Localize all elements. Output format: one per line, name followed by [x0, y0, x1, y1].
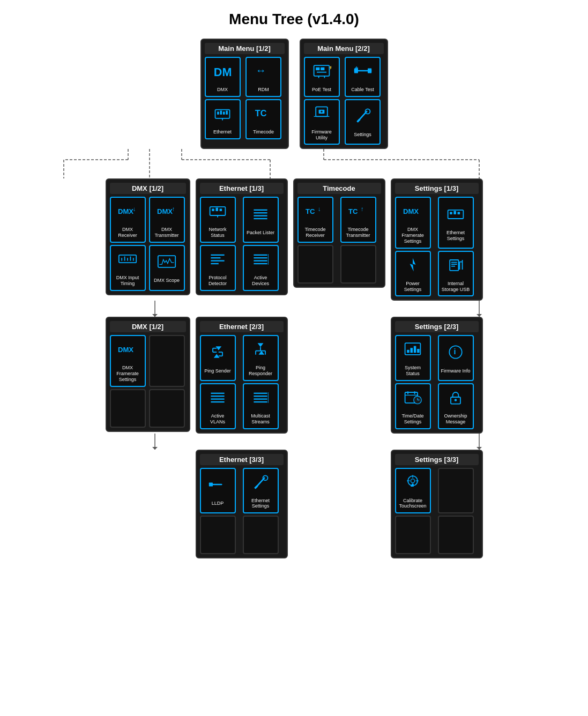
svg-rect-52 [212, 209, 214, 212]
menu-item-eth-settings-eth3[interactable]: Ethernet Settings [243, 468, 279, 514]
tc-tx-label: Timecode Transmitter [344, 227, 373, 238]
power-settings-label: Power Settings [398, 281, 428, 293]
rdm-label: RDM [258, 87, 269, 93]
col-dmx: DMX [1/2] DMX ↓ DMX Receiver [106, 178, 190, 295]
dmx-icon: DMX ↓ [213, 61, 232, 85]
menu-item-internal-storage[interactable]: Internal Storage USB [438, 251, 474, 297]
panel-eth1-title: Ethernet [1/3] [200, 183, 284, 194]
panel-set3: Settings [3/3] [391, 450, 483, 559]
page-title: Menu Tree (v1.4.0) [229, 11, 359, 28]
menu-item-dmx-tx[interactable]: DMX ↑ DMX Transmitter [149, 197, 185, 243]
menu-item-rdm[interactable]: ↔ RDM [245, 57, 281, 97]
svg-rect-53 [215, 208, 218, 211]
menu-item-ping-sender[interactable]: Ping Sender [200, 335, 236, 381]
panel-main1-grid: DMX ↓ DMX ↔ RDM [205, 57, 285, 139]
dmx-tx-icon: DMX ↑ [157, 201, 176, 225]
menu-item-dmx-timing[interactable]: DMX Input Timing [110, 245, 146, 291]
menu-item-tc-empty1 [297, 245, 333, 284]
svg-point-25 [321, 110, 323, 113]
ethernet-icon [213, 103, 232, 127]
svg-marker-89 [477, 314, 482, 317]
svg-rect-54 [220, 209, 222, 212]
menu-item-tc-rx[interactable]: TC ↓ Timecode Receiver [297, 197, 333, 243]
menu-item-calibrate-touchscreen[interactable]: Calibrate Touchscreen [395, 468, 431, 514]
system-status-label: System Status [398, 365, 428, 377]
col-dmx2: DMX [1/2] DMX DMX Framerate Settings [106, 317, 190, 431]
menu-item-settings[interactable]: Settings [345, 99, 381, 145]
l4-row: Ethernet [3/3] LLDP [13, 450, 576, 559]
menu-item-packet-lister[interactable]: Packet Lister [243, 197, 279, 243]
panel-set3-title: Settings [3/3] [395, 454, 479, 465]
svg-rect-79 [450, 260, 458, 271]
col-set2: Settings [2/3] System Statu [391, 317, 483, 433]
svg-rect-116 [411, 348, 413, 353]
svg-text:TC: TC [255, 108, 266, 118]
active-devices-icon [251, 249, 270, 273]
svg-rect-19 [368, 69, 371, 73]
menu-item-protocol-detector[interactable]: Protocol Detector [200, 245, 236, 291]
menu-item-network-status[interactable]: Network Status [200, 197, 236, 243]
network-status-icon [208, 201, 227, 225]
menu-item-eth-settings-set1[interactable]: Ethernet Settings [438, 197, 474, 248]
firmware-label: Firmware Utility [307, 129, 337, 141]
settings-icon [353, 106, 373, 130]
svg-text:TC: TC [348, 207, 358, 215]
menu-item-ping-responder[interactable]: Ping Responder [243, 335, 279, 381]
dmx-rx-label: DMX Receiver [113, 227, 143, 238]
dmx-timing-label: DMX Input Timing [113, 275, 143, 287]
menu-item-time-date[interactable]: Time/Date Settings [395, 383, 431, 429]
svg-rect-7 [226, 110, 228, 114]
panel-eth2: Ethernet [2/3] [196, 317, 288, 433]
menu-item-timecode[interactable]: TC Timecode [245, 99, 281, 139]
menu-item-dmx-rx[interactable]: DMX ↓ DMX Receiver [110, 197, 146, 243]
time-date-icon [403, 387, 422, 411]
menu-item-poe[interactable]: ⚡ PoE Test [304, 57, 340, 97]
menu-item-lldp[interactable]: LLDP [200, 468, 236, 514]
menu-item-system-status[interactable]: System Status [395, 335, 431, 381]
panel-set2-title: Settings [2/3] [395, 321, 479, 332]
svg-point-129 [455, 399, 457, 401]
svg-rect-81 [451, 264, 457, 265]
menu-item-firmware[interactable]: Firmware Utility [304, 99, 340, 145]
system-status-icon [403, 339, 422, 363]
menu-item-active-devices[interactable]: Active Devices [243, 245, 279, 291]
svg-rect-135 [209, 482, 213, 486]
svg-marker-78 [410, 258, 416, 271]
menu-item-dmx[interactable]: DMX ↓ DMX [205, 57, 241, 97]
menu-item-dmx-framerate-dmx2[interactable]: DMX DMX Framerate Settings [110, 335, 146, 386]
svg-point-140 [411, 479, 414, 482]
panel-tc-title: Timecode [297, 183, 381, 194]
panel-eth1: Ethernet [1/3] Network Stat [196, 178, 288, 295]
col-eth3: Ethernet [3/3] LLDP [196, 450, 288, 559]
menu-item-cable[interactable]: Cable Test [345, 57, 381, 97]
menu-item-dmx-scope[interactable]: DMX Scope [149, 245, 185, 291]
menu-item-ownership[interactable]: Ownership Message [438, 383, 474, 429]
settings-label: Settings [354, 132, 371, 138]
panel-set2-grid: System Status i Firmware Info [395, 335, 479, 429]
protocol-detector-label: Protocol Detector [203, 275, 233, 287]
menu-item-ethernet[interactable]: Ethernet [205, 99, 241, 139]
panel-set1: Settings [1/3] DMX DMX Framerate Setting… [391, 178, 483, 301]
svg-rect-10 [314, 65, 330, 76]
dmx-framerate-set1-icon: DMX [403, 201, 422, 225]
panel-main2-grid: ⚡ PoE Test [304, 57, 384, 145]
menu-item-firmware-info[interactable]: i Firmware Info [438, 335, 474, 381]
conn-l3-l4 [13, 434, 576, 450]
conn-svg-top [13, 149, 576, 178]
svg-rect-12 [321, 68, 324, 70]
col-tc: Timecode TC ↓ Timecode Receiver [293, 178, 385, 288]
network-status-label: Network Status [203, 227, 233, 238]
menu-item-active-vlans[interactable]: Active VLANs [200, 383, 236, 429]
svg-text:↑: ↑ [361, 206, 364, 212]
menu-item-power-settings[interactable]: Power Settings [395, 251, 431, 297]
eth-settings-eth3-icon [251, 472, 270, 496]
menu-item-multicast[interactable]: Multicast Streams [243, 383, 279, 429]
panel-eth3: Ethernet [3/3] LLDP [196, 450, 288, 559]
conn-svg-l2-l3 [13, 301, 576, 317]
menu-item-tc-tx[interactable]: TC ↑ Timecode Transmitter [340, 197, 376, 243]
svg-rect-117 [414, 346, 416, 353]
svg-rect-5 [220, 110, 222, 114]
svg-rect-118 [417, 349, 420, 353]
dmx-label: DMX [217, 87, 228, 93]
menu-item-dmx-framerate-set1[interactable]: DMX DMX Framerate Settings [395, 197, 431, 248]
